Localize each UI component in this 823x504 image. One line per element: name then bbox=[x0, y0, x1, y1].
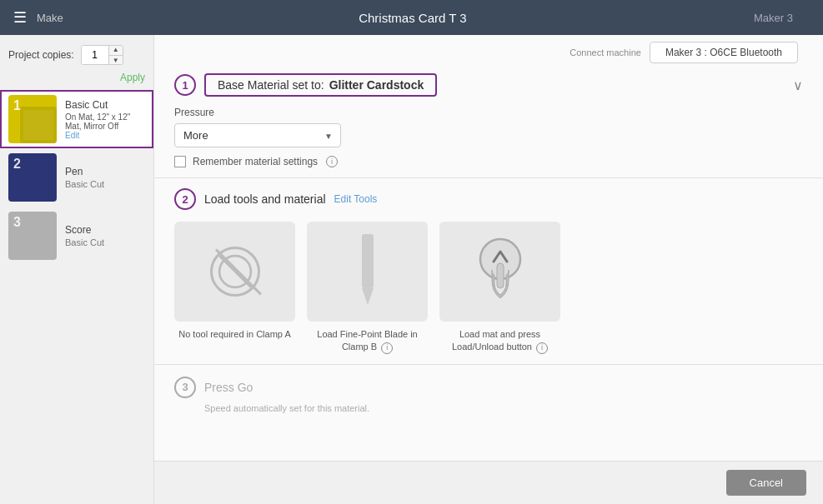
mat-name-1: Basic Cut bbox=[65, 99, 145, 111]
connect-label: Connect machine bbox=[570, 47, 641, 57]
svg-rect-7 bbox=[497, 263, 504, 288]
mat-sub-3: Basic Cut bbox=[65, 237, 104, 247]
copies-arrows: ▲ ▼ bbox=[108, 45, 123, 65]
copies-up-arrow[interactable]: ▲ bbox=[109, 45, 123, 56]
content-area: Connect machine Maker 3 : O6CE Bluetooth… bbox=[154, 35, 823, 504]
step1-header: 1 Base Material set to: Glitter Cardstoc… bbox=[174, 73, 803, 97]
remember-row: Remember material settings i bbox=[174, 156, 803, 167]
svg-rect-1 bbox=[23, 110, 53, 140]
mat-item-2[interactable]: 2 Pen Basic Cut bbox=[0, 148, 153, 207]
no-tool-svg bbox=[213, 238, 258, 305]
remember-info-icon[interactable]: i bbox=[326, 156, 338, 167]
mat-number-2: 2 bbox=[13, 157, 21, 172]
svg-marker-5 bbox=[362, 288, 374, 305]
tool-label-3: Load mat and press Load/Unload button i bbox=[439, 328, 560, 354]
tool-card-1: No tool required in Clamp A bbox=[174, 222, 295, 354]
step2-title: Load tools and material bbox=[204, 192, 326, 206]
step3-header: 3 Press Go bbox=[174, 377, 803, 398]
tool-img-box-3 bbox=[439, 222, 560, 322]
mat-sub-2: Basic Cut bbox=[65, 179, 104, 189]
mat-thumb-2: 2 bbox=[8, 153, 57, 202]
tool-img-box-2 bbox=[307, 222, 428, 322]
mat-thumb-1: 1 bbox=[8, 95, 57, 143]
step1-material: Glitter Cardstock bbox=[329, 78, 424, 92]
mat-name-2: Pen bbox=[65, 166, 104, 177]
page-title: Christmas Card T 3 bbox=[72, 11, 754, 25]
step3-title: Press Go bbox=[204, 381, 253, 394]
step2-header: 2 Load tools and material Edit Tools bbox=[174, 188, 803, 210]
step1-title-box: Base Material set to: Glitter Cardstock bbox=[204, 73, 437, 97]
connect-bar: Connect machine Maker 3 : O6CE Bluetooth bbox=[154, 35, 823, 63]
app-name: Make bbox=[37, 12, 63, 24]
menu-icon[interactable]: ☰ bbox=[13, 8, 27, 27]
sidebar: Project copies: ▲ ▼ Apply 1 Basic bbox=[0, 35, 154, 504]
mat-edit-1[interactable]: Edit bbox=[65, 131, 145, 140]
copies-input-wrap: ▲ ▼ bbox=[81, 45, 123, 65]
mat-number-3: 3 bbox=[13, 215, 21, 230]
step3-subtitle: Speed automatically set for this materia… bbox=[174, 403, 803, 413]
copies-down-arrow[interactable]: ▼ bbox=[109, 56, 123, 66]
step2-circle: 2 bbox=[174, 188, 196, 210]
pressure-label: Pressure bbox=[174, 107, 803, 118]
tool-img-box-1 bbox=[174, 222, 295, 322]
header: ☰ Make Christmas Card T 3 Maker 3 bbox=[0, 0, 823, 35]
mat-info-1: Basic Cut On Mat, 12" x 12" Mat, Mirror … bbox=[65, 99, 145, 140]
copies-input[interactable] bbox=[82, 46, 108, 64]
connect-machine-button[interactable]: Maker 3 : O6CE Bluetooth bbox=[650, 42, 798, 63]
remember-checkbox[interactable] bbox=[174, 156, 186, 167]
load-mat-svg bbox=[463, 230, 538, 313]
apply-button[interactable]: Apply bbox=[0, 72, 153, 90]
svg-rect-4 bbox=[362, 234, 374, 288]
mat-thumb-3: 3 bbox=[8, 212, 57, 260]
step2-section: 2 Load tools and material Edit Tools bbox=[154, 178, 823, 365]
blade-info-icon[interactable]: i bbox=[381, 342, 393, 354]
cancel-button[interactable]: Cancel bbox=[726, 470, 806, 496]
mat-item-1[interactable]: 1 Basic Cut On Mat, 12" x 12" Mat, Mirro… bbox=[0, 90, 153, 148]
mat-info-3: Score Basic Cut bbox=[65, 224, 104, 247]
tool-card-2: Load Fine-Point Blade in Clamp B i bbox=[307, 222, 428, 354]
edit-tools-link[interactable]: Edit Tools bbox=[334, 193, 378, 205]
pressure-select-wrap: More Default Less ▼ bbox=[174, 123, 341, 147]
step1-chevron-icon[interactable]: ∨ bbox=[793, 77, 803, 93]
mat-image-1 bbox=[20, 107, 57, 143]
tool-label-1: No tool required in Clamp A bbox=[178, 328, 291, 341]
step3-circle: 3 bbox=[174, 377, 196, 398]
remember-label: Remember material settings bbox=[193, 156, 318, 167]
load-mat-info-icon[interactable]: i bbox=[536, 342, 548, 354]
step1-prefix: Base Material set to: bbox=[218, 78, 324, 92]
step3-section: 3 Press Go Speed automatically set for t… bbox=[154, 365, 823, 425]
tools-grid: No tool required in Clamp A Load Fine-Po… bbox=[174, 222, 803, 354]
no-tool-icon bbox=[210, 247, 260, 297]
bottom-bar: Cancel bbox=[154, 461, 823, 504]
project-copies-label: Project copies: bbox=[8, 49, 74, 61]
step1-section: 1 Base Material set to: Glitter Cardstoc… bbox=[154, 63, 823, 178]
main-layout: Project copies: ▲ ▼ Apply 1 Basic bbox=[0, 35, 823, 504]
mat-name-3: Score bbox=[65, 224, 104, 236]
blade-svg bbox=[347, 230, 389, 313]
mat-info-2: Pen Basic Cut bbox=[65, 166, 104, 189]
machine-label: Maker 3 bbox=[754, 12, 793, 24]
pressure-select[interactable]: More Default Less bbox=[174, 123, 341, 147]
project-copies-row: Project copies: ▲ ▼ bbox=[0, 42, 153, 72]
mat-detail-1: On Mat, 12" x 12" Mat, Mirror Off bbox=[65, 112, 145, 131]
mat-item-3[interactable]: 3 Score Basic Cut bbox=[0, 207, 153, 265]
tool-label-2: Load Fine-Point Blade in Clamp B i bbox=[307, 328, 428, 354]
step1-header-left: 1 Base Material set to: Glitter Cardstoc… bbox=[174, 73, 437, 97]
step1-circle: 1 bbox=[174, 74, 196, 96]
tool-card-3: Load mat and press Load/Unload button i bbox=[439, 222, 560, 354]
